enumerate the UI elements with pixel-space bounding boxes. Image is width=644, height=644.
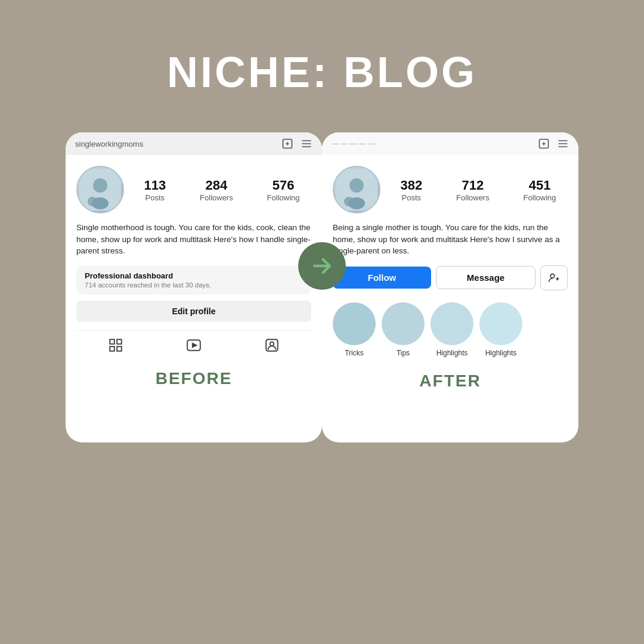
svg-point-7 (92, 197, 109, 209)
highlight-label-highlights2: Highlights (485, 349, 517, 357)
before-edit-profile-button[interactable]: Edit profile (76, 301, 311, 322)
after-following-count: 451 (529, 178, 551, 193)
before-following-count: 576 (273, 178, 295, 193)
after-topbar: — — — — — (322, 132, 578, 155)
after-body: 382 Posts 712 Followers 451 Following Be… (322, 155, 578, 366)
before-stats: 113 Posts 284 Followers 576 Following (132, 178, 311, 202)
svg-marker-13 (193, 343, 197, 347)
before-followers-stat: 284 Followers (200, 178, 233, 202)
before-dashboard-title: Professional dashboard (85, 271, 303, 280)
arrow-circle (298, 242, 346, 290)
before-following-label: Following (267, 193, 300, 202)
before-body: 113 Posts 284 Followers 576 Following Si… (66, 155, 322, 363)
svg-point-21 (349, 178, 364, 193)
after-label: AFTER (322, 371, 578, 397)
after-followers-stat: 712 Followers (456, 178, 490, 202)
page-title: NICHE: BLOG (167, 48, 477, 97)
highlight-circle-highlights2 (479, 302, 522, 345)
svg-point-5 (93, 178, 107, 193)
before-username: singleworkingmoms (75, 140, 143, 148)
before-dashboard-sub: 714 accounts reached in the last 30 days… (85, 281, 303, 289)
svg-rect-8 (110, 339, 114, 344)
before-menu-icon[interactable] (301, 138, 312, 150)
after-top-icons (538, 138, 569, 150)
after-avatar (333, 166, 380, 213)
highlight-highlights1[interactable]: Highlights (431, 302, 473, 357)
after-username: — — — — — (332, 140, 375, 148)
before-posts-label: Posts (145, 193, 165, 202)
message-button[interactable]: Message (436, 266, 535, 289)
svg-rect-9 (117, 339, 122, 344)
tagged-icon[interactable] (264, 337, 280, 354)
before-avatar (76, 166, 124, 213)
after-posts-stat: 382 Posts (400, 178, 422, 202)
before-dashboard: Professional dashboard 714 accounts reac… (76, 265, 311, 295)
after-bio: Being a single mother is tough. You care… (333, 222, 568, 257)
highlight-tricks[interactable]: Tricks (333, 302, 376, 357)
before-bio: Single motherhood is tough. You care for… (76, 222, 311, 257)
before-posts-count: 113 (144, 178, 166, 193)
highlight-tips[interactable]: Tips (382, 302, 425, 357)
highlight-circle-highlights1 (431, 302, 473, 345)
after-following-stat: 451 Following (524, 178, 556, 202)
after-card: — — — — — (322, 132, 578, 442)
grid-icon[interactable] (107, 337, 124, 354)
follow-button[interactable]: Follow (333, 267, 431, 289)
svg-rect-11 (117, 346, 122, 351)
after-menu-icon[interactable] (557, 138, 569, 150)
svg-point-24 (550, 274, 555, 278)
highlight-circle-tricks (333, 302, 376, 345)
before-top-icons (281, 138, 312, 150)
before-tab-icons (76, 330, 311, 357)
after-follow-row: Follow Message (333, 265, 568, 290)
highlight-circle-tips (382, 302, 425, 345)
after-followers-count: 712 (462, 178, 484, 193)
before-topbar: singleworkingmoms (66, 132, 322, 155)
after-following-label: Following (524, 193, 556, 202)
before-following-stat: 576 Following (267, 178, 300, 202)
after-stats: 382 Posts 712 Followers 451 Following (389, 178, 568, 202)
reels-icon[interactable] (185, 337, 202, 354)
highlight-highlights2[interactable]: Highlights (479, 302, 522, 357)
after-posts-count: 382 (400, 178, 422, 193)
after-followers-label: Followers (456, 193, 490, 202)
after-add-icon[interactable] (538, 138, 550, 150)
add-person-button[interactable] (540, 265, 568, 290)
after-highlights-row: Tricks Tips Highlights Highlights (333, 299, 568, 360)
after-posts-label: Posts (402, 193, 422, 202)
highlight-label-tricks: Tricks (345, 349, 364, 357)
before-card: singleworkingmoms (66, 132, 322, 442)
svg-point-23 (348, 197, 365, 209)
svg-rect-10 (110, 346, 114, 351)
highlight-label-highlights1: Highlights (436, 349, 468, 357)
cards-container: singleworkingmoms (0, 132, 644, 442)
before-posts-stat: 113 Posts (144, 178, 166, 202)
before-label: BEFORE (66, 369, 322, 394)
before-profile-row: 113 Posts 284 Followers 576 Following (76, 166, 311, 213)
before-followers-count: 284 (206, 178, 228, 193)
highlight-label-tips: Tips (397, 349, 410, 357)
after-profile-row: 382 Posts 712 Followers 451 Following (333, 166, 568, 213)
before-followers-label: Followers (200, 193, 233, 202)
before-add-icon[interactable] (281, 138, 293, 150)
